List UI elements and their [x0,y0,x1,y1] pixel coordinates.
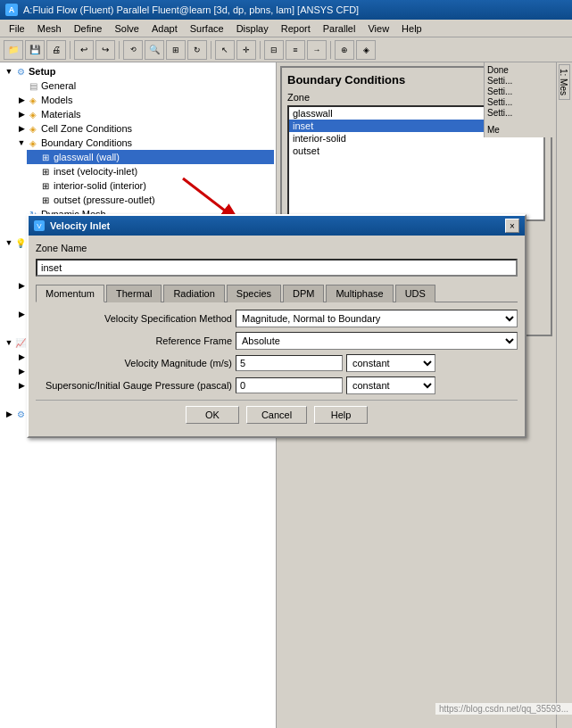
ok-button[interactable]: OK [186,406,239,424]
velocity-magnitude-type-select[interactable]: constant expression profile [346,354,435,372]
expander-plots: ▶ [16,380,27,391]
supersonic-pressure-type-select[interactable]: constant expression profile [346,376,435,394]
icon-results: 📈 [14,336,27,349]
toolbar-undo[interactable]: ↩ [74,40,94,60]
cancel-button[interactable]: Cancel [246,406,307,424]
velocity-magnitude-label: Velocity Magnitude (m/s) [36,358,232,368]
tree-inset[interactable]: ⊞ inset (velocity-inlet) [27,164,274,178]
tabs-row: Momentum Thermal Radiation Species DPM M… [36,284,518,302]
toolbar-extra2[interactable]: ◈ [356,40,376,60]
expander-run-calculation [16,323,27,334]
label-outset: outset (pressure-outlet) [54,194,155,205]
dialog-title-bar: V Velocity Inlet × [29,216,525,236]
label-cell-zone: Cell Zone Conditions [41,123,132,134]
expander-cell-zone: ▶ [16,123,27,134]
toolbar-redo[interactable]: ↪ [95,40,115,60]
expander-calc-activities: ▶ [16,309,27,319]
bc-zone-outset[interactable]: outset [289,145,543,157]
expander-boundary: ▼ [16,137,27,148]
side-info-me: Me [487,125,552,135]
dialog-icon: V [34,220,45,231]
toolbar-vector[interactable]: → [307,40,327,60]
tree-cell-zone[interactable]: ▶ ◈ Cell Zone Conditions [14,121,274,136]
expander-interior-solid [29,180,39,191]
toolbar-save[interactable]: 💾 [25,40,45,60]
toolbar-print[interactable]: 🖨 [46,40,66,60]
menu-surface[interactable]: Surface [185,22,229,35]
zone-name-row: Zone Name [36,243,518,253]
tab-dpm[interactable]: DPM [283,285,324,302]
tree-glasswall[interactable]: ⊞ glasswall (wall) [27,150,274,164]
toolbar-separator-4 [260,41,261,59]
tree-models[interactable]: ▶ ◈ Models [14,93,274,107]
tab-species[interactable]: Species [227,285,281,302]
menu-define[interactable]: Define [69,22,108,35]
toolbar-select[interactable]: ↖ [215,40,235,60]
toolbar-mesh[interactable]: ⊟ [264,40,284,60]
zone-name-input-row [36,259,518,277]
reference-frame-label: Reference Frame [36,335,232,346]
side-info-setti3: Setti... [487,97,552,107]
expander-solution-init [16,294,27,305]
velocity-magnitude-input[interactable] [236,355,343,371]
expander-monitors: ▶ [16,280,27,291]
side-info-panel: Done Setti... Setti... Setti... Setti...… [484,62,555,137]
side-label-mesh[interactable]: 1: Mes [559,64,570,100]
menu-parallel[interactable]: Parallel [318,22,361,35]
menu-report[interactable]: Report [276,22,316,35]
menu-view[interactable]: View [362,22,394,35]
icon-solution: 💡 [14,236,27,249]
tree-materials[interactable]: ▶ ◈ Materials [14,107,274,121]
icon-models: ◈ [27,94,39,106]
velocity-spec-row: Velocity Specification Method Magnitude,… [36,310,518,327]
icon-inset: ⊞ [39,165,52,178]
menu-bar: File Mesh Define Solve Adapt Surface Dis… [0,20,572,37]
icon-parameters: ⚙ [14,408,27,420]
tab-momentum[interactable]: Momentum [36,285,104,302]
toolbar-fit[interactable]: ⊞ [166,40,186,60]
menu-adapt[interactable]: Adapt [146,22,183,35]
tab-multiphase[interactable]: Multiphase [326,285,393,302]
tree-boundary[interactable]: ▼ ◈ Boundary Conditions [14,136,274,150]
tree-interior-solid[interactable]: ⊞ interior-solid (interior) [27,178,274,193]
toolbar-separator-1 [70,41,70,59]
reference-frame-select[interactable]: Absolute Relative to Adjacent Cell Zone [236,332,518,350]
toolbar-open[interactable]: 📁 [4,40,23,60]
side-info-setti1: Setti... [487,76,552,86]
zone-name-label: Zone Name [36,243,143,253]
tree-outset[interactable]: ⊞ outset (pressure-outlet) [27,193,274,207]
tab-radiation[interactable]: Radiation [163,285,224,302]
expander-general [16,80,27,91]
menu-display[interactable]: Display [231,22,274,35]
tree-setup[interactable]: ▼ ⚙ Setup [2,64,274,79]
toolbar-zoom[interactable]: 🔍 [145,40,164,60]
icon-outset: ⊞ [39,194,52,206]
velocity-spec-select[interactable]: Magnitude, Normal to Boundary Magnitude,… [236,310,518,327]
menu-solve[interactable]: Solve [109,22,145,35]
dialog-close-button[interactable]: × [505,219,519,233]
icon-boundary: ◈ [27,136,39,149]
toolbar-rotate[interactable]: ↻ [187,40,207,60]
toolbar-extra1[interactable]: ⊕ [335,40,354,60]
toolbar-contour[interactable]: ≡ [286,40,305,60]
menu-help[interactable]: Help [396,22,427,35]
toolbar-pan[interactable]: ⟲ [123,40,143,60]
tab-uds[interactable]: UDS [395,285,435,302]
expander-inset [29,166,39,177]
tab-thermal[interactable]: Thermal [106,285,162,302]
label-materials: Materials [41,109,81,120]
dialog-content: Zone Name Momentum Thermal Radiation Spe… [29,236,525,436]
zone-name-input[interactable] [36,259,518,277]
supersonic-pressure-label: Supersonic/Initial Gauge Pressure (pasca… [36,380,232,391]
menu-file[interactable]: File [4,22,30,35]
icon-general: ▤ [27,79,39,92]
expander-solution-controls [16,266,27,277]
toolbar-probe[interactable]: ✛ [236,40,256,60]
expander-dynamic-mesh [16,209,27,219]
icon-interior-solid: ⊞ [39,179,52,192]
menu-mesh[interactable]: Mesh [32,22,67,35]
tree-general[interactable]: ▤ General [14,79,274,93]
dialog-title: Velocity Inlet [50,220,110,231]
help-button[interactable]: Help [314,406,368,424]
supersonic-pressure-input[interactable] [236,377,343,393]
